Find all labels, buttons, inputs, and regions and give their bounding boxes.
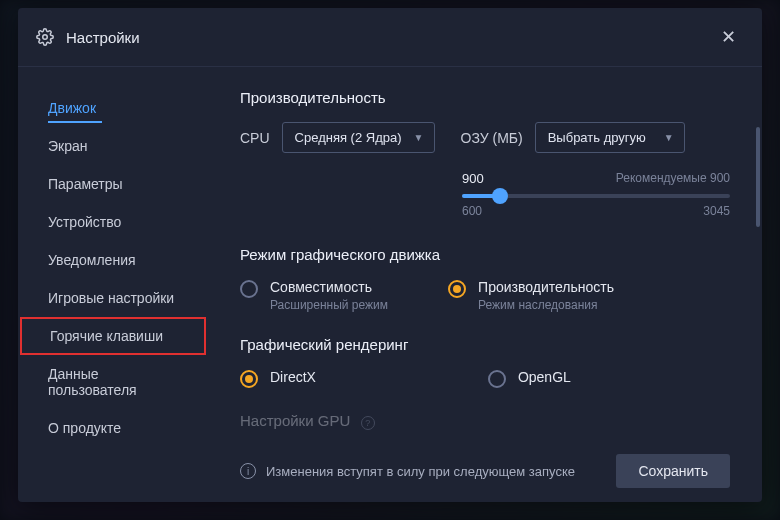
slider-max: 3045 <box>703 204 730 218</box>
ram-slider: 900 Рекомендуемые 900 600 3045 <box>462 171 730 218</box>
radio-icon <box>488 370 506 388</box>
ram-select[interactable]: Выбрать другую ▼ <box>535 122 685 153</box>
radio-icon <box>240 370 258 388</box>
gpu-settings-section: Настройки GPU ? <box>240 412 730 430</box>
radio-sublabel: Режим наследования <box>478 298 614 312</box>
sidebar-item-user-data[interactable]: Данные пользователя <box>18 355 208 409</box>
sidebar-item-about[interactable]: О продукте <box>18 409 208 447</box>
close-button[interactable]: ✕ <box>713 22 744 52</box>
rendering-title: Графический рендеринг <box>240 336 730 353</box>
radio-opengl[interactable]: OpenGL <box>488 369 571 388</box>
cpu-label: CPU <box>240 130 270 146</box>
radio-label: DirectX <box>270 369 316 385</box>
sidebar-item-params[interactable]: Параметры <box>18 165 208 203</box>
sidebar-item-notifications[interactable]: Уведомления <box>18 241 208 279</box>
chevron-down-icon: ▼ <box>664 132 674 143</box>
modal-title: Настройки <box>66 29 140 46</box>
scrollbar-thumb[interactable] <box>756 127 760 227</box>
slider-track[interactable] <box>462 194 730 198</box>
sidebar-item-screen[interactable]: Экран <box>18 127 208 165</box>
engine-mode-title: Режим графического движка <box>240 246 730 263</box>
gpu-title: Настройки GPU <box>240 412 350 429</box>
sidebar: Движок Экран Параметры Устройство Уведом… <box>18 67 208 502</box>
titlebar: Настройки ✕ <box>18 8 762 67</box>
sidebar-item-device[interactable]: Устройство <box>18 203 208 241</box>
svg-point-0 <box>43 35 48 40</box>
ram-select-value: Выбрать другую <box>548 130 646 145</box>
slider-value: 900 <box>462 171 484 186</box>
slider-recommended: Рекомендуемые 900 <box>616 171 730 186</box>
info-icon: i <box>240 463 256 479</box>
restart-message: Изменения вступят в силу при следующем з… <box>266 464 575 479</box>
radio-directx[interactable]: DirectX <box>240 369 316 388</box>
radio-icon <box>448 280 466 298</box>
content-pane: Производительность CPU Средняя (2 Ядра) … <box>208 67 762 502</box>
radio-label: Производительность <box>478 279 614 295</box>
slider-min: 600 <box>462 204 482 218</box>
radio-compatibility[interactable]: Совместимость Расширенный режим <box>240 279 388 312</box>
chevron-down-icon: ▼ <box>414 132 424 143</box>
save-button[interactable]: Сохранить <box>616 454 730 488</box>
radio-label: OpenGL <box>518 369 571 385</box>
sidebar-item-game-settings[interactable]: Игровые настройки <box>18 279 208 317</box>
radio-performance[interactable]: Производительность Режим наследования <box>448 279 614 312</box>
help-icon[interactable]: ? <box>361 416 375 430</box>
performance-title: Производительность <box>240 89 730 106</box>
sidebar-item-hotkeys[interactable]: Горячие клавиши <box>20 317 206 355</box>
ram-label: ОЗУ (МБ) <box>461 130 523 146</box>
gear-icon <box>36 28 54 46</box>
radio-label: Совместимость <box>270 279 388 295</box>
cpu-select-value: Средняя (2 Ядра) <box>295 130 402 145</box>
settings-modal: Настройки ✕ Движок Экран Параметры Устро… <box>18 8 762 502</box>
slider-thumb[interactable] <box>492 188 508 204</box>
footer: i Изменения вступят в силу при следующем… <box>240 440 730 488</box>
cpu-select[interactable]: Средняя (2 Ядра) ▼ <box>282 122 435 153</box>
radio-sublabel: Расширенный режим <box>270 298 388 312</box>
sidebar-item-engine[interactable]: Движок <box>18 89 208 127</box>
radio-icon <box>240 280 258 298</box>
